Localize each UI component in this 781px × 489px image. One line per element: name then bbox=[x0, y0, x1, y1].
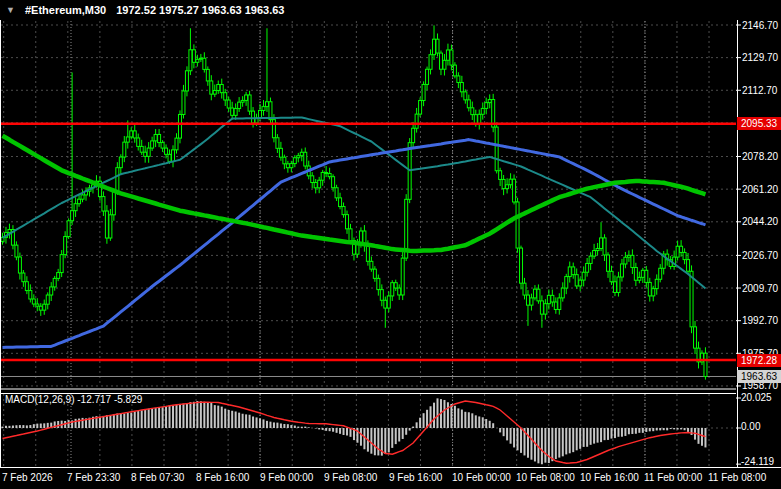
chart-title-bar: ▼ #Ethereum,M30 1972.52 1975.27 1963.63 … bbox=[0, 0, 781, 20]
candles-layer bbox=[1, 25, 707, 379]
macd-scale-max: 20.025 bbox=[741, 392, 772, 403]
macd-indicator-label: MACD(12,26,9) -12.717 -5.829 bbox=[5, 394, 142, 405]
macd-layer bbox=[2, 398, 707, 464]
macd-scale-min: -24.119 bbox=[741, 456, 774, 467]
current-price-badge: 1963.63 bbox=[737, 370, 781, 383]
chart-canvas[interactable]: 2146.702129.702112.702078.202061.202044.… bbox=[0, 0, 781, 489]
time-axis[interactable] bbox=[0, 468, 737, 489]
chart-ohlc-values: 1972.52 1975.27 1963.63 1963.63 bbox=[116, 4, 284, 16]
ma-teal-line bbox=[3, 118, 706, 289]
price-badge-support: 1972.28 bbox=[737, 354, 781, 367]
price-badge-resistance: 2095.33 bbox=[737, 117, 781, 130]
mt4-chart-window: 2146.702129.702112.702078.202061.202044.… bbox=[0, 0, 781, 489]
symbol-dropdown-icon[interactable]: ▼ bbox=[6, 5, 15, 15]
macd-scale-zero: 0.00 bbox=[741, 421, 760, 432]
chart-symbol-timeframe: #Ethereum,M30 bbox=[25, 4, 106, 16]
